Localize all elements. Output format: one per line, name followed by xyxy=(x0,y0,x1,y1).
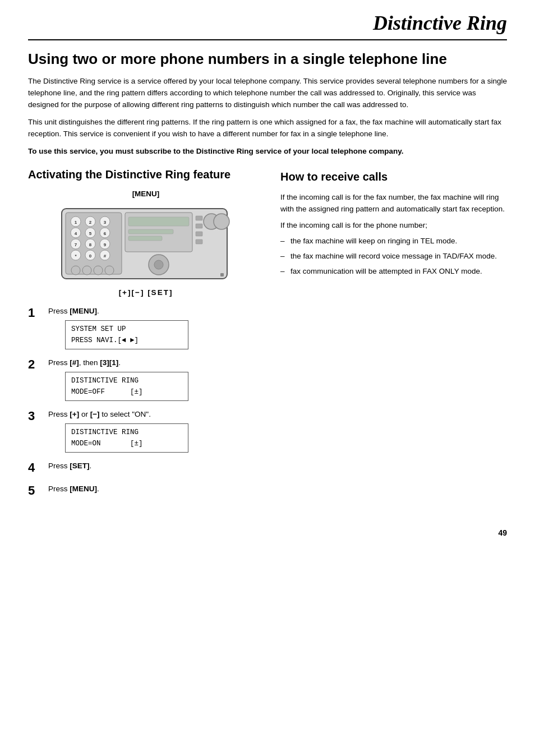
fax-diagram-wrapper: [MENU] 1 2 3 xyxy=(28,190,264,297)
svg-point-39 xyxy=(82,266,91,275)
svg-text:5: 5 xyxy=(89,231,92,236)
step-1-content: Press [MENU]. SYSTEM SET UPPRESS NAVI.[◄… xyxy=(48,306,264,349)
page-footer: 49 xyxy=(28,528,507,537)
how-intro: If the incoming call is for the fax numb… xyxy=(280,192,507,215)
step-4-number: 4 xyxy=(28,460,44,475)
bold-notice: To use this service, you must subscribe … xyxy=(28,146,507,158)
step-1: 1 Press [MENU]. SYSTEM SET UPPRESS NAVI.… xyxy=(28,306,264,349)
how-list: the fax machine will keep on ringing in … xyxy=(280,236,507,278)
step-3-text: Press [+] or [−] to select "ON". xyxy=(48,409,264,420)
right-section-title: How to receive calls xyxy=(280,170,507,184)
step-1-number: 1 xyxy=(28,306,44,320)
svg-rect-28 xyxy=(128,229,173,234)
step-4-content: Press [SET]. xyxy=(48,460,264,475)
right-column: How to receive calls If the incoming cal… xyxy=(280,168,507,506)
svg-point-40 xyxy=(94,266,103,275)
step-4: 4 Press [SET]. xyxy=(28,460,264,475)
page-number: 49 xyxy=(498,528,507,537)
svg-rect-27 xyxy=(128,217,189,226)
svg-text:1: 1 xyxy=(75,220,77,225)
step-5: 5 Press [MENU]. xyxy=(28,483,264,498)
step-5-content: Press [MENU]. xyxy=(48,483,264,498)
svg-point-41 xyxy=(105,266,114,275)
how-list-item-3: fax communication will be attempted in F… xyxy=(280,266,507,278)
step-2-content: Press [#], then [3][1]. DISTINCTIVE RING… xyxy=(48,357,264,401)
diagram-label-top: [MENU] xyxy=(28,190,264,198)
step-2-lcd: DISTINCTIVE RINGMODE=OFF [±] xyxy=(65,372,188,401)
svg-rect-32 xyxy=(196,232,202,236)
step-2-text: Press [#], then [3][1]. xyxy=(48,357,264,368)
left-section-title: Activating the Distinctive Ring feature xyxy=(28,168,264,182)
left-column: Activating the Distinctive Ring feature … xyxy=(28,168,264,506)
svg-rect-29 xyxy=(128,236,162,241)
svg-text:8: 8 xyxy=(89,242,92,247)
step-5-number: 5 xyxy=(28,483,44,498)
how-list-item-1: the fax machine will keep on ringing in … xyxy=(280,236,507,247)
step-4-text: Press [SET]. xyxy=(48,460,264,472)
svg-text:0: 0 xyxy=(89,253,92,259)
step-3: 3 Press [+] or [−] to select "ON". DISTI… xyxy=(28,409,264,453)
svg-text:9: 9 xyxy=(104,242,107,247)
page-header: Distinctive Ring xyxy=(28,11,507,40)
step-2: 2 Press [#], then [3][1]. DISTINCTIVE RI… xyxy=(28,357,264,401)
how-list-item-2: the fax machine will record voice messag… xyxy=(280,251,507,262)
intro-paragraph-2: This unit distinguishes the different ri… xyxy=(28,117,507,140)
step-3-content: Press [+] or [−] to select "ON". DISTINC… xyxy=(48,409,264,453)
svg-text:#: # xyxy=(104,253,107,259)
step-1-lcd: SYSTEM SET UPPRESS NAVI.[◄ ►] xyxy=(65,320,188,349)
step-1-text: Press [MENU]. xyxy=(48,306,264,317)
svg-rect-42 xyxy=(220,273,224,276)
how-intro2: If the incoming call is for the phone nu… xyxy=(280,220,507,232)
svg-text:4: 4 xyxy=(75,231,77,236)
steps-container: 1 Press [MENU]. SYSTEM SET UPPRESS NAVI.… xyxy=(28,306,264,499)
main-section-title: Using two or more phone numbers in a sin… xyxy=(28,50,507,68)
svg-text:3: 3 xyxy=(104,220,107,225)
svg-point-35 xyxy=(214,214,229,229)
intro-paragraph-1: The Distinctive Ring service is a servic… xyxy=(28,76,507,111)
svg-rect-30 xyxy=(196,216,202,220)
step-2-number: 2 xyxy=(28,357,44,372)
two-column-layout: Activating the Distinctive Ring feature … xyxy=(28,168,507,506)
fax-machine-svg: 1 2 3 4 5 6 7 xyxy=(28,200,264,286)
how-to-section: How to receive calls If the incoming cal… xyxy=(280,170,507,278)
step-5-text: Press [MENU]. xyxy=(48,483,264,495)
svg-rect-31 xyxy=(196,224,202,228)
page-title: Distinctive Ring xyxy=(28,11,507,35)
diagram-label-bottom: [+][−] [SET] xyxy=(28,288,264,297)
svg-point-38 xyxy=(71,266,80,275)
svg-point-37 xyxy=(154,260,163,269)
step-3-number: 3 xyxy=(28,409,44,423)
svg-text:7: 7 xyxy=(75,242,77,247)
step-3-lcd: DISTINCTIVE RINGMODE=ON [±] xyxy=(65,423,188,453)
svg-text:6: 6 xyxy=(104,231,107,236)
svg-text:2: 2 xyxy=(89,220,92,225)
svg-rect-33 xyxy=(196,239,202,244)
